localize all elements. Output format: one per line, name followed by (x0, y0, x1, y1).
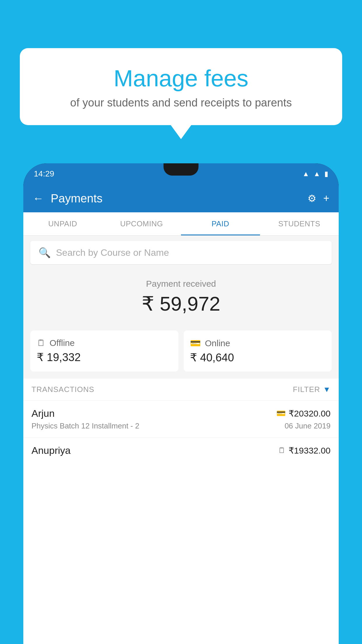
bubble-title: Manage fees (34, 66, 328, 91)
transaction-amount-wrap: 🗒 ₹19332.00 (278, 445, 331, 456)
offline-amount: ₹ 19,332 (37, 351, 172, 364)
filter-icon: ▼ (323, 385, 331, 394)
payment-summary: Payment received ₹ 59,972 (23, 270, 339, 330)
transactions-header: TRANSACTIONS FILTER ▼ (23, 379, 339, 400)
search-bar[interactable]: 🔍 Search by Course or Name (30, 241, 332, 264)
transaction-row[interactable]: Anupriya 🗒 ₹19332.00 (23, 438, 339, 466)
tab-students[interactable]: STUDENTS (260, 212, 339, 235)
online-payment-card: 💳 Online ₹ 40,640 (184, 330, 332, 372)
header-title: Payments (51, 192, 307, 205)
transaction-amount: ₹19332.00 (289, 445, 331, 456)
transaction-top: Anupriya 🗒 ₹19332.00 (31, 445, 331, 456)
offline-icon: 🗒 (37, 338, 45, 348)
cash-payment-icon: 🗒 (278, 446, 286, 455)
battery-icon: ▮ (324, 170, 328, 178)
tab-unpaid[interactable]: UNPAID (23, 212, 102, 235)
transaction-amount: ₹20320.00 (289, 408, 331, 419)
transaction-top: Arjun 💳 ₹20320.00 (31, 408, 331, 419)
transactions-label: TRANSACTIONS (31, 385, 94, 394)
card-payment-icon: 💳 (276, 409, 286, 418)
offline-label: Offline (50, 338, 75, 348)
header-icons: ⚙ + (307, 192, 329, 204)
phone-frame: 14:29 ▲ ▲ ▮ ← Payments ⚙ + UNPAID UPCOMI… (23, 163, 339, 644)
transaction-course: Physics Batch 12 Installment - 2 (31, 421, 139, 430)
transaction-name: Arjun (31, 408, 55, 419)
back-button[interactable]: ← (33, 192, 44, 205)
online-icon: 💳 (190, 338, 201, 348)
payment-total-amount: ₹ 59,972 (30, 292, 332, 315)
settings-icon[interactable]: ⚙ (307, 192, 316, 204)
phone-screen: UNPAID UPCOMING PAID STUDENTS 🔍 Search b… (23, 212, 339, 644)
transaction-date: 06 June 2019 (284, 421, 331, 430)
speech-bubble: Manage fees of your students and send re… (20, 48, 342, 125)
offline-payment-card: 🗒 Offline ₹ 19,332 (30, 330, 178, 372)
search-icon: 🔍 (38, 247, 51, 258)
signal-icon: ▲ (313, 170, 320, 178)
search-container: 🔍 Search by Course or Name (23, 236, 339, 270)
filter-label: FILTER (293, 385, 320, 394)
phone-notch (164, 163, 198, 176)
app-header: ← Payments ⚙ + (23, 184, 339, 212)
offline-card-header: 🗒 Offline (37, 338, 172, 348)
status-time: 14:29 (34, 169, 54, 178)
transaction-amount-wrap: 💳 ₹20320.00 (276, 408, 331, 419)
transaction-name: Anupriya (31, 445, 71, 456)
online-card-header: 💳 Online (190, 338, 325, 348)
transaction-row[interactable]: Arjun 💳 ₹20320.00 Physics Batch 12 Insta… (23, 400, 339, 438)
tabs-container: UNPAID UPCOMING PAID STUDENTS (23, 212, 339, 236)
payment-cards: 🗒 Offline ₹ 19,332 💳 Online ₹ 40,640 (23, 330, 339, 379)
wifi-icon: ▲ (302, 170, 309, 178)
status-icons: ▲ ▲ ▮ (302, 170, 328, 178)
add-icon[interactable]: + (323, 192, 329, 204)
tab-paid[interactable]: PAID (181, 212, 260, 235)
payment-received-label: Payment received (30, 279, 332, 289)
status-bar: 14:29 ▲ ▲ ▮ (23, 163, 339, 184)
online-amount: ₹ 40,640 (190, 351, 325, 364)
transaction-bottom: Physics Batch 12 Installment - 2 06 June… (31, 421, 331, 430)
search-placeholder: Search by Course or Name (56, 247, 169, 258)
tab-upcoming[interactable]: UPCOMING (102, 212, 181, 235)
online-label: Online (205, 338, 230, 348)
filter-button[interactable]: FILTER ▼ (293, 385, 331, 394)
bubble-subtitle: of your students and send receipts to pa… (34, 97, 328, 109)
